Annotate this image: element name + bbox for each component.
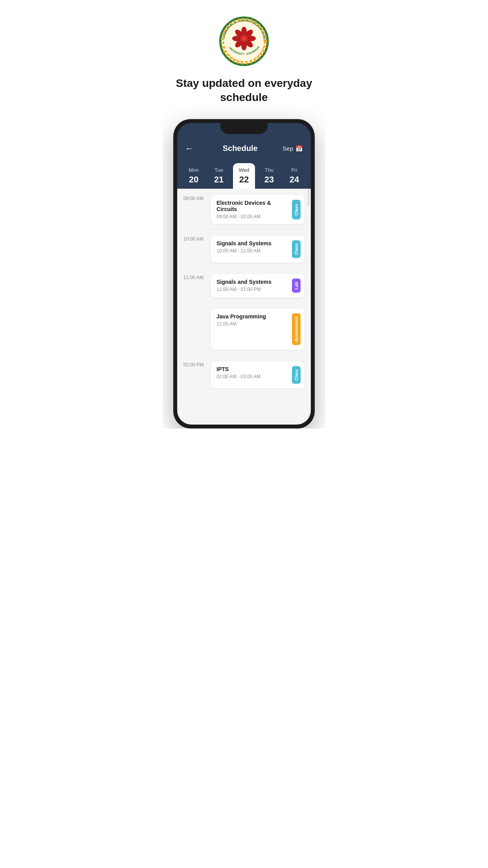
- time-label-java: [183, 309, 211, 309]
- event-info-ipts: IPTS 02:00 AM - 03:00 AM: [216, 366, 289, 384]
- day-selector: Mon 20 Tue 21 Wed 22 Thu 23 Fri 24: [177, 160, 311, 189]
- time-label-1100: 11:00 AM: [183, 274, 211, 280]
- time-block-java: Java Programming 11:00 AM Assessment: [177, 302, 311, 355]
- back-button[interactable]: ←: [185, 143, 198, 154]
- time-block-1100-lab: 11:00 AM Signals and Systems 11:00 AM - …: [177, 268, 311, 302]
- event-card-signals1[interactable]: Signals and Systems 10:00 AM - 11:00 AM …: [211, 235, 305, 263]
- event-tag-edc: Class: [292, 200, 301, 219]
- header-right: Sep 📅: [283, 145, 303, 152]
- page-headline: Stay updated on everyday schedule: [163, 76, 325, 105]
- calendar-icon[interactable]: 📅: [295, 145, 303, 152]
- phone-notch: [220, 123, 268, 134]
- event-title-signals-lab: Signals and Systems: [216, 279, 289, 285]
- scroll-indicator: [308, 182, 309, 206]
- event-tag-java: Assessment: [292, 313, 301, 345]
- phone-screen: ← Schedule Sep 📅 Mon 20 Tue 21 Wed: [177, 123, 311, 425]
- event-time-signals1: 10:00 AM - 11:00 AM: [216, 248, 289, 254]
- day-tuesday[interactable]: Tue 21: [208, 163, 230, 189]
- month-label: Sep: [283, 145, 293, 152]
- day-thursday[interactable]: Thu 23: [258, 163, 280, 189]
- schedule-content: 09:00 AM Electronic Devices & Circuits 0…: [177, 189, 311, 425]
- time-label-0900: 09:00 AM: [183, 195, 211, 201]
- event-title-java: Java Programming: [216, 313, 289, 320]
- event-title-ipts: IPTS: [216, 366, 289, 372]
- event-card-signals-lab[interactable]: Signals and Systems 11:00 AM - 01:00 PM …: [211, 274, 305, 298]
- event-info-java: Java Programming 11:00 AM: [216, 313, 289, 345]
- event-time-edc: 09:00 AM - 10:00 AM: [216, 214, 289, 219]
- event-tag-signals1: Class: [292, 240, 301, 258]
- event-card-ipts[interactable]: IPTS 02:00 AM - 03:00 AM Class: [211, 361, 305, 388]
- event-card-edc[interactable]: Electronic Devices & Circuits 09:00 AM -…: [211, 195, 305, 224]
- event-tag-ipts: Class: [292, 366, 301, 384]
- event-card-java[interactable]: Java Programming 11:00 AM Assessment: [211, 309, 305, 350]
- event-time-java: 11:00 AM: [216, 321, 289, 327]
- event-info-signals1: Signals and Systems 10:00 AM - 11:00 AM: [216, 240, 289, 258]
- event-tag-signals-lab: Lab: [292, 279, 301, 293]
- event-time-signals-lab: 11:00 AM - 01:00 PM: [216, 287, 289, 292]
- app-header: ← Schedule Sep 📅: [177, 140, 311, 160]
- day-wednesday[interactable]: Wed 22: [233, 163, 255, 189]
- phone-mockup: ← Schedule Sep 📅 Mon 20 Tue 21 Wed: [173, 119, 315, 428]
- university-logo: JAWAHARLAL NEHRU TECHNOLOGICAL UNIVERSIT…: [218, 16, 270, 67]
- time-block-1400: 02:00 PM IPTS 02:00 AM - 03:00 AM Class: [177, 355, 311, 393]
- time-label-1400: 02:00 PM: [183, 361, 211, 368]
- time-label-1000: 10:00 AM: [183, 235, 211, 242]
- event-time-ipts: 02:00 AM - 03:00 AM: [216, 374, 289, 379]
- page-wrapper: JAWAHARLAL NEHRU TECHNOLOGICAL UNIVERSIT…: [163, 0, 325, 428]
- day-monday[interactable]: Mon 20: [183, 163, 205, 189]
- svg-point-12: [242, 36, 246, 41]
- day-friday[interactable]: Fri 24: [283, 163, 305, 189]
- event-info-signals-lab: Signals and Systems 11:00 AM - 01:00 PM: [216, 279, 289, 293]
- event-title-signals1: Signals and Systems: [216, 240, 289, 246]
- event-title-edc: Electronic Devices & Circuits: [216, 200, 289, 212]
- time-block-0900: 09:00 AM Electronic Devices & Circuits 0…: [177, 189, 311, 229]
- header-title: Schedule: [223, 144, 258, 153]
- event-info-edc: Electronic Devices & Circuits 09:00 AM -…: [216, 200, 289, 219]
- time-block-1000: 10:00 AM Signals and Systems 10:00 AM - …: [177, 229, 311, 267]
